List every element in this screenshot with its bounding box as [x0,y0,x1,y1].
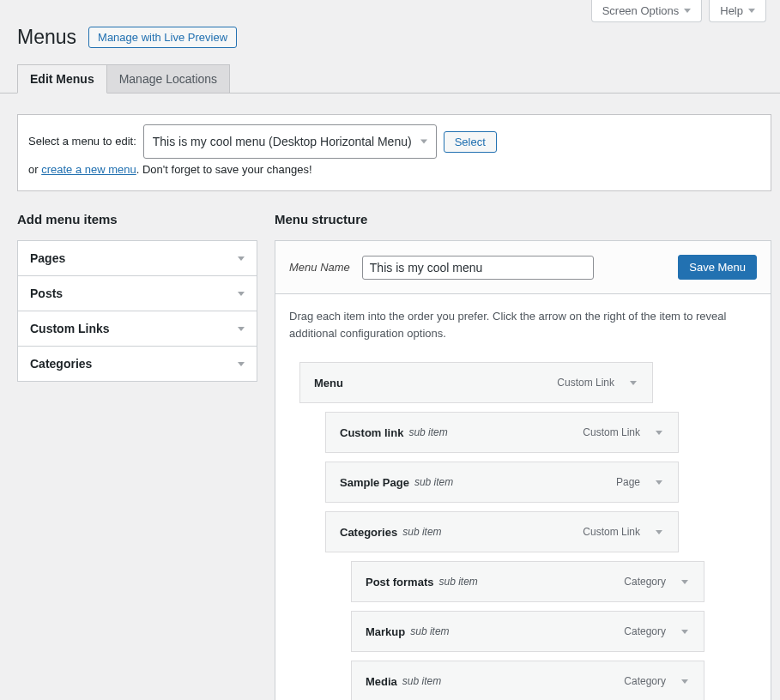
menu-item[interactable]: Custom linksub itemCustom Link [325,412,679,453]
caret-down-icon [630,381,637,385]
screen-options-button[interactable]: Screen Options [591,0,703,22]
menu-item-expand-button[interactable] [674,621,695,642]
structure-instructions: Drag each item into the order you prefer… [286,308,760,341]
menu-item-subtext: sub item [438,576,477,588]
tab-manage-locations[interactable]: Manage Locations [107,64,230,94]
accordion-pages[interactable]: Pages [18,241,257,275]
menu-item-expand-button[interactable] [674,671,695,691]
menu-item-subtext: sub item [408,426,447,438]
menu-item[interactable]: MenuCustom Link [299,362,653,403]
menu-item-expand-button[interactable] [649,472,669,492]
menu-item-type: Page [616,476,640,488]
caret-down-icon [238,292,245,296]
menu-item-type: Custom Link [583,526,640,538]
menu-item-subtext: sub item [402,675,441,687]
menu-item-title: Post formats [366,576,433,588]
add-items-accordion: Pages Posts Custom Links Categories [17,240,257,382]
add-items-heading: Add menu items [17,212,257,226]
menu-item[interactable]: Sample Pagesub itemPage [325,462,679,503]
save-menu-button[interactable]: Save Menu [678,255,757,280]
menu-name-label: Menu Name [289,261,350,274]
menu-item-title: Markup [366,625,405,638]
menu-item-expand-button[interactable] [649,522,669,542]
create-new-menu-link[interactable]: create a new menu [41,163,136,176]
menu-select-value: This is my cool menu (Desktop Horizontal… [153,135,412,148]
select-button[interactable]: Select [444,131,497,153]
caret-down-icon [656,431,662,435]
caret-down-icon [656,530,662,534]
caret-down-icon [420,140,427,144]
caret-down-icon [238,362,245,366]
caret-down-icon [238,256,245,261]
live-preview-button[interactable]: Manage with Live Preview [88,27,237,48]
menu-item-title: Categories [340,526,397,539]
menu-item[interactable]: Mediasub itemCategory [351,661,704,700]
caret-down-icon [681,630,688,634]
caret-down-icon [681,580,688,584]
selector-prompt: Select a menu to edit: [28,130,136,153]
help-button[interactable]: Help [709,0,766,22]
menu-item-type: Category [624,625,666,637]
selector-save-reminder: . Don't forget to save your changes! [136,163,312,176]
accordion-posts-label: Posts [30,287,63,300]
menu-item-type: Category [624,675,666,687]
caret-down-icon [656,480,662,485]
menu-item-title: Menu [314,377,343,389]
accordion-posts[interactable]: Posts [18,276,257,311]
accordion-custom-links[interactable]: Custom Links [18,311,257,346]
menu-item-type: Custom Link [557,377,614,389]
caret-down-icon [238,327,245,331]
accordion-custom-label: Custom Links [30,322,110,335]
menu-item-type: Custom Link [583,426,640,438]
caret-down-icon [684,9,691,13]
accordion-pages-label: Pages [30,251,65,265]
menu-item-title: Custom link [340,426,403,439]
menu-item-title: Media [366,675,397,688]
menu-item-expand-button[interactable] [674,571,695,592]
page-title: Menus [17,26,76,49]
caret-down-icon [681,679,688,684]
help-label: Help [720,4,743,17]
menu-item[interactable]: Categoriessub itemCustom Link [325,511,679,552]
screen-options-label: Screen Options [602,4,680,17]
menu-selector-box: Select a menu to edit: This is my cool m… [17,114,771,191]
menu-item-expand-button[interactable] [623,372,644,393]
menu-item[interactable]: Post formatssub itemCategory [351,561,704,602]
selector-or-text: or [28,163,41,176]
menu-structure-heading: Menu structure [275,212,771,226]
tab-edit-menus[interactable]: Edit Menus [17,64,107,94]
menu-items-list: MenuCustom LinkCustom linksub itemCustom… [286,362,760,700]
caret-down-icon [748,9,755,13]
menu-item-title: Sample Page [340,476,409,489]
menu-item-subtext: sub item [402,526,441,538]
menu-item-subtext: sub item [414,476,453,488]
menu-structure-box: Menu Name Save Menu Drag each item into … [275,240,771,700]
menu-select[interactable]: This is my cool menu (Desktop Horizontal… [143,124,437,159]
menu-item-subtext: sub item [410,625,449,637]
accordion-categories[interactable]: Categories [18,347,257,381]
menu-item-expand-button[interactable] [649,422,669,443]
menu-item-type: Category [624,576,666,588]
menu-name-input[interactable] [362,256,594,280]
accordion-categories-label: Categories [30,357,92,371]
menu-item[interactable]: Markupsub itemCategory [351,611,704,652]
